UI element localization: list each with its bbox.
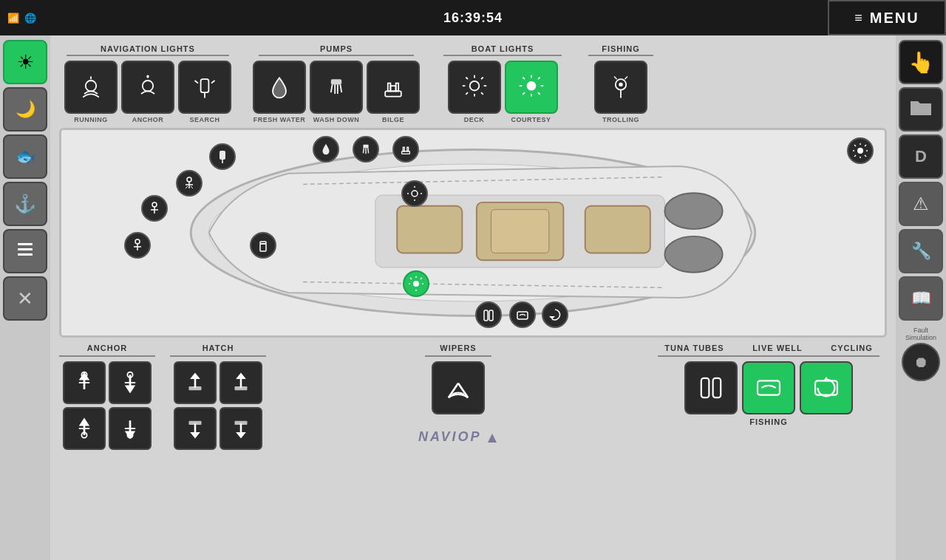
fault-sim-label: Fault Simulation — [899, 327, 943, 341]
boat-cycling-icon[interactable] — [542, 301, 568, 328]
fault-sim-button[interactable]: ⏺ — [902, 343, 940, 381]
svg-rect-133 — [701, 378, 710, 397]
sidebar-btn-warning[interactable]: ⚠ — [899, 182, 943, 226]
tools-icon: 🔧 — [911, 242, 931, 261]
anchor-light-btn[interactable] — [121, 61, 174, 114]
svg-rect-100 — [260, 244, 266, 251]
sidebar-btn-fish[interactable]: 🐟 — [3, 134, 47, 179]
svg-line-71 — [368, 148, 369, 153]
boat-lights-title: BOAT LIGHTS — [472, 44, 534, 53]
cycling-btn[interactable] — [800, 361, 853, 414]
svg-rect-1 — [18, 248, 33, 250]
svg-rect-97 — [489, 310, 493, 321]
top-controls-row: NAVIGATION LIGHTS RUNNING — [59, 41, 887, 123]
trolling-label: TROLLING — [602, 116, 639, 123]
svg-rect-49 — [397, 206, 462, 253]
anchor-light-label: ANCHOR — [132, 116, 164, 123]
svg-rect-12 — [331, 79, 341, 84]
svg-rect-17 — [385, 91, 401, 96]
svg-line-27 — [481, 78, 483, 80]
bottom-controls: ANCHOR — [59, 344, 887, 450]
sidebar-btn-pointer[interactable]: 👆 — [899, 40, 943, 84]
wipers-divider — [425, 355, 491, 357]
anchor-down-btn[interactable] — [63, 407, 106, 450]
courtesy-btn[interactable] — [505, 61, 558, 114]
pointer-icon: 👆 — [908, 50, 934, 75]
svg-rect-135 — [758, 380, 780, 395]
svg-rect-48 — [491, 210, 548, 253]
sidebar-btn-cancel[interactable]: ✕ — [3, 276, 47, 321]
svg-rect-8 — [201, 79, 209, 92]
sidebar-btn-folder[interactable] — [899, 87, 943, 132]
svg-point-7 — [146, 75, 149, 78]
svg-line-36 — [538, 78, 540, 80]
sidebar-btn-anchor[interactable]: ⚓ — [3, 182, 47, 226]
svg-line-69 — [363, 148, 364, 153]
boat-anchor-front-icon[interactable] — [176, 170, 203, 197]
boat-helm-icon[interactable] — [250, 232, 276, 259]
fault-sim-icon: ⏺ — [913, 354, 928, 371]
svg-line-60 — [186, 186, 188, 188]
boat-tuna-tubes-icon[interactable] — [475, 301, 502, 328]
trolling-btn[interactable] — [594, 61, 647, 114]
sidebar-btn-day-mode[interactable]: ☀ — [3, 40, 47, 84]
svg-rect-98 — [517, 312, 528, 319]
anchor-up2-btn[interactable] — [109, 361, 152, 404]
deck-btn[interactable] — [448, 61, 501, 114]
boat-svg — [61, 130, 885, 335]
boat-courtesy-right-icon[interactable] — [847, 137, 874, 164]
sidebar-btn-helm[interactable] — [3, 229, 47, 273]
boat-live-well-icon[interactable] — [509, 301, 536, 328]
hatch-down2-btn[interactable] — [220, 407, 262, 450]
left-sidebar: ☀ 🌙 🐟 ⚓ ✕ — [0, 35, 50, 560]
running-light-btn[interactable] — [64, 61, 118, 114]
live-well-btn[interactable] — [742, 361, 795, 414]
clock: 16:39:54 — [443, 10, 503, 26]
top-bar: 📶 🌐 16:39:54 ≡ MENU — [0, 0, 946, 35]
wipers-group: WIPERS NAVIOP — [281, 344, 636, 445]
svg-point-84 — [412, 191, 418, 197]
svg-line-37 — [523, 92, 525, 95]
fresh-water-btn[interactable] — [253, 61, 306, 114]
night-mode-icon: 🌙 — [16, 100, 35, 119]
menu-button[interactable]: ≡ MENU — [828, 0, 946, 35]
sidebar-btn-book[interactable]: 📖 — [899, 276, 943, 321]
sidebar-btn-tools[interactable]: 🔧 — [899, 229, 943, 273]
svg-line-11 — [211, 81, 215, 83]
hatch-down-btn[interactable] — [174, 407, 217, 450]
svg-rect-2 — [18, 253, 33, 256]
sidebar-btn-settings-d[interactable]: D — [899, 134, 943, 179]
tuna-tubes-btn[interactable] — [684, 361, 738, 414]
wipers-btn[interactable] — [432, 361, 485, 414]
nav-lights-divider — [67, 55, 229, 56]
svg-point-65 — [135, 239, 140, 244]
anchor-up-btn[interactable] — [63, 361, 106, 404]
boat-fresh-water-icon[interactable] — [313, 136, 339, 163]
wipers-title: WIPERS — [440, 344, 476, 352]
boat-search-icon[interactable] — [209, 143, 236, 170]
nav-lights-buttons: RUNNING ANCHOR — [64, 61, 231, 123]
wash-down-btn[interactable] — [310, 61, 363, 114]
svg-line-95 — [421, 278, 422, 279]
naviop-logo: NAVIOP — [418, 429, 482, 444]
boat-diagram — [59, 128, 887, 338]
boat-anchor-side-icon[interactable] — [141, 195, 168, 222]
boat-bilge-icon[interactable] — [392, 136, 419, 163]
fishing-bottom-buttons — [684, 361, 853, 414]
boat-deck-light-icon[interactable] — [401, 180, 428, 207]
naviop-logo-container: NAVIOP — [418, 429, 498, 445]
sidebar-btn-night-mode[interactable]: 🌙 — [3, 87, 47, 132]
anchor-bottom-title: ANCHOR — [87, 344, 127, 352]
boat-wash-down-icon[interactable] — [353, 136, 379, 163]
bilge-btn[interactable] — [367, 61, 420, 114]
boat-courtesy-deck-icon[interactable] — [403, 270, 429, 297]
warning-icon: ⚠ — [913, 194, 929, 214]
search-light-btn[interactable] — [178, 61, 231, 114]
boat-anchor-port-icon[interactable] — [124, 232, 151, 259]
hatch-up-btn[interactable] — [174, 361, 217, 404]
svg-line-43 — [625, 77, 627, 80]
hatch-up2-btn[interactable] — [220, 361, 262, 404]
anchor-down2-btn[interactable] — [109, 407, 152, 450]
svg-line-83 — [865, 155, 866, 157]
anchor-bottom-group: ANCHOR — [59, 344, 155, 450]
